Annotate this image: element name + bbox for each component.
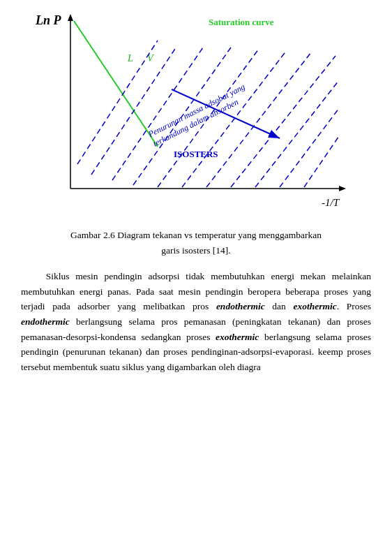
diagram-caption: Gambar 2.6 Diagram tekanan vs temperatur… [21, 228, 371, 258]
caption-line1: Gambar 2.6 Diagram tekanan vs temperatur… [70, 230, 322, 240]
body-text: Siklus mesin pendingin adsorpsi tidak me… [21, 269, 371, 374]
svg-line-5 [91, 49, 175, 175]
diagram-wrapper: Ln P -1/T Saturation curve L V [21, 7, 371, 223]
endothermic-2: endothermic [21, 316, 70, 327]
body-text-indent [21, 271, 46, 281]
exothermic-1: exothermic [293, 301, 336, 311]
endothermic-1: endothermic [216, 301, 265, 311]
isosters-text-label: ISOSTERS [174, 149, 218, 159]
svg-line-12 [255, 80, 339, 187]
svg-line-11 [231, 56, 336, 187]
page-container: Ln P -1/T Saturation curve L V [0, 0, 392, 388]
y-axis-label: Ln P [35, 13, 62, 27]
penurunan-label-group: Penurunan massa adsobat yang terkandung … [146, 82, 251, 149]
svg-line-13 [280, 108, 339, 187]
svg-text:Penurunan massa adsobat yang: Penurunan massa adsobat yang [146, 82, 246, 140]
svg-marker-3 [339, 186, 346, 191]
svg-line-4 [74, 21, 158, 147]
svg-line-10 [206, 52, 311, 187]
diagram-svg: Ln P -1/T Saturation curve L V [22, 7, 370, 223]
diagram-svg-container: Ln P -1/T Saturation curve L V [22, 7, 370, 223]
caption-line2: garis isosters [14]. [161, 245, 230, 256]
exothermic-2: exothermic [216, 332, 259, 342]
saturation-curve-label: Saturation curve [209, 17, 274, 27]
svg-marker-2 [68, 14, 73, 21]
x-axis-label: -1/T [322, 197, 340, 208]
svg-line-15 [77, 41, 158, 164]
l-label: L [127, 53, 133, 64]
svg-line-14 [304, 136, 339, 187]
